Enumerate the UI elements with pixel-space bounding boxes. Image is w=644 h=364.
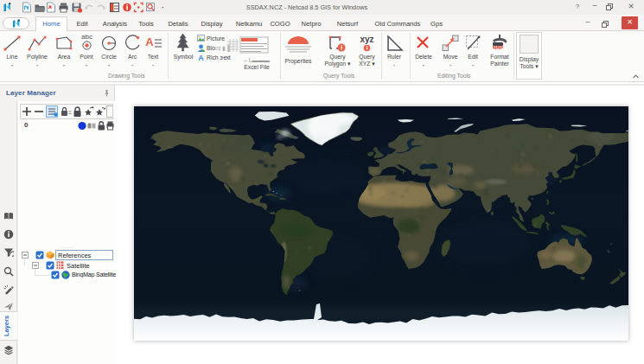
- svg-text:A: A: [145, 35, 154, 48]
- svg-text:xyz: xyz: [360, 35, 373, 44]
- svg-text:A: A: [198, 54, 204, 61]
- svg-text:abc: abc: [81, 33, 92, 41]
